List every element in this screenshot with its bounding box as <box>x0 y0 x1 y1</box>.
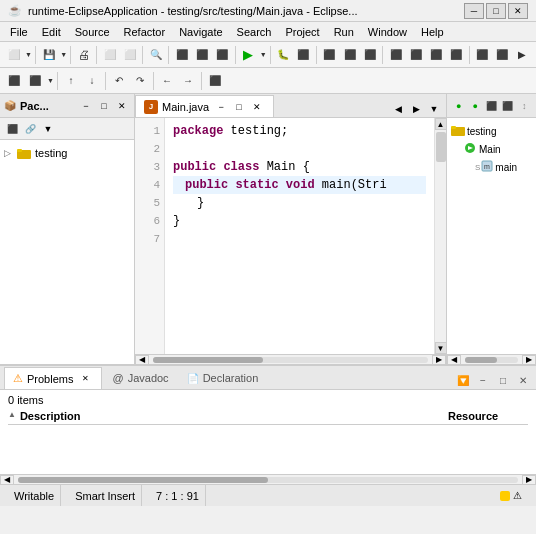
menu-help[interactable]: Help <box>415 24 450 40</box>
tb-btn-5[interactable]: ⬛ <box>213 45 232 65</box>
tab-javadoc[interactable]: @ Javadoc <box>104 367 176 389</box>
tb-search-btn[interactable]: 🔍 <box>146 45 165 65</box>
problems-close[interactable]: ✕ <box>77 371 93 387</box>
tb-btn-14[interactable]: ⬛ <box>447 45 466 65</box>
editor-nav-right[interactable]: ▶ <box>408 101 424 117</box>
tb-btn-2[interactable]: ⬜ <box>120 45 139 65</box>
tab-minimize-button[interactable]: − <box>213 99 229 115</box>
tb-btn-4[interactable]: ⬛ <box>193 45 212 65</box>
menu-file[interactable]: File <box>4 24 34 40</box>
run-button[interactable]: ▶ <box>239 45 258 65</box>
menu-window[interactable]: Window <box>362 24 413 40</box>
outline-toggle-2[interactable]: ● <box>467 98 482 114</box>
tb-btn-10[interactable]: ⬛ <box>360 45 379 65</box>
menu-search[interactable]: Search <box>231 24 278 40</box>
title-bar: ☕ runtime-EclipseApplication - testing/s… <box>0 0 536 22</box>
tb2-btn-9[interactable]: → <box>178 71 198 91</box>
new-dropdown[interactable]: ▼ <box>24 45 32 65</box>
menu-navigate[interactable]: Navigate <box>173 24 228 40</box>
editor-hscrollbar[interactable]: ◀ ▶ <box>135 354 446 364</box>
minimize-panel-button[interactable]: − <box>78 98 94 114</box>
bottom-hscrollbar[interactable]: ◀ ▶ <box>0 474 536 484</box>
hscroll-left[interactable]: ◀ <box>135 355 149 365</box>
tb-right-1[interactable]: ⬛ <box>473 45 492 65</box>
menu-source[interactable]: Source <box>69 24 116 40</box>
tb-btn-9[interactable]: ⬛ <box>340 45 359 65</box>
tb2-btn-2[interactable]: ⬛ <box>25 71 45 91</box>
outline-main-method-label: main <box>495 162 517 173</box>
tb2-btn-8[interactable]: ← <box>157 71 177 91</box>
save-button[interactable]: 💾 <box>39 45 58 65</box>
outline-hscroll-right[interactable]: ▶ <box>522 355 536 365</box>
editor-scrollbar[interactable]: ▲ ▼ <box>434 118 446 354</box>
package-explorer-content: ▷ testing <box>0 140 134 364</box>
tree-item-testing[interactable]: ▷ testing <box>4 144 130 162</box>
outline-main-class[interactable]: Main <box>451 140 532 158</box>
tb-right-2[interactable]: ⬛ <box>493 45 512 65</box>
problems-minimize[interactable]: − <box>474 371 492 389</box>
outline-sort[interactable]: ↕ <box>517 98 532 114</box>
outline-main-method[interactable]: S m main <box>451 158 532 176</box>
problems-maximize[interactable]: □ <box>494 371 512 389</box>
tb2-btn-10[interactable]: ⬛ <box>205 71 225 91</box>
status-bar: Writable Smart Insert 7 : 1 : 91 ⚠ <box>0 484 536 506</box>
tb-btn-13[interactable]: ⬛ <box>426 45 445 65</box>
close-button[interactable]: ✕ <box>508 3 528 19</box>
th-resource[interactable]: Resource <box>448 410 528 422</box>
tb2-btn-7[interactable]: ↷ <box>130 71 150 91</box>
outline-toggle-1[interactable]: ● <box>451 98 466 114</box>
outline-hscrollbar[interactable]: ◀ ▶ <box>447 354 536 364</box>
tb-btn-3[interactable]: ⬛ <box>172 45 191 65</box>
tb2-btn-5[interactable]: ↓ <box>82 71 102 91</box>
menu-refactor[interactable]: Refactor <box>118 24 172 40</box>
editor-tab-main[interactable]: J Main.java − □ ✕ <box>135 95 274 117</box>
outline-toolbar: ● ● ⬛ ⬛ ↕ <box>447 94 536 118</box>
scroll-up-button[interactable]: ▲ <box>435 118 447 130</box>
new-button[interactable]: ⬜ <box>4 45 23 65</box>
tb-btn-12[interactable]: ⬛ <box>406 45 425 65</box>
tb-btn-1[interactable]: ⬜ <box>100 45 119 65</box>
problems-filter-button[interactable]: 🔽 <box>454 371 472 389</box>
tb-btn-7[interactable]: ⬛ <box>294 45 313 65</box>
outline-hscroll-left[interactable]: ◀ <box>447 355 461 365</box>
outline-hide-fields[interactable]: ⬛ <box>484 98 499 114</box>
hscroll-right[interactable]: ▶ <box>432 355 446 365</box>
code-content[interactable]: package testing; public class Main { pub… <box>165 118 434 354</box>
editor-tab-bar: J Main.java − □ ✕ ◀ ▶ ▼ <box>135 94 446 118</box>
tb2-btn-4[interactable]: ↑ <box>61 71 81 91</box>
menu-edit[interactable]: Edit <box>36 24 67 40</box>
bottom-hscroll-right[interactable]: ▶ <box>522 475 536 485</box>
tb-right-3[interactable]: ▶ <box>513 45 532 65</box>
tb-btn-11[interactable]: ⬛ <box>386 45 405 65</box>
tb-btn-8[interactable]: ⬛ <box>320 45 339 65</box>
outline-hide-methods[interactable]: ⬛ <box>500 98 515 114</box>
tb2-btn-6[interactable]: ↶ <box>109 71 129 91</box>
minimize-button[interactable]: ─ <box>464 3 484 19</box>
menu-run[interactable]: Run <box>328 24 360 40</box>
outline-testing[interactable]: testing <box>451 122 532 140</box>
print-button[interactable]: 🖨 <box>74 45 93 65</box>
tab-problems[interactable]: ⚠ Problems ✕ <box>4 367 102 389</box>
bottom-hscroll-left[interactable]: ◀ <box>0 475 14 485</box>
collapse-all-button[interactable]: ⬛ <box>4 121 20 137</box>
tab-maximize-button[interactable]: □ <box>231 99 247 115</box>
editor-nav-left[interactable]: ◀ <box>390 101 406 117</box>
menu-project[interactable]: Project <box>279 24 325 40</box>
tab-close-button[interactable]: ✕ <box>249 99 265 115</box>
scroll-down-button[interactable]: ▼ <box>435 342 447 354</box>
th-description[interactable]: Description <box>20 410 448 422</box>
close-panel-button[interactable]: ✕ <box>114 98 130 114</box>
pkg-menu-button[interactable]: ▼ <box>40 121 56 137</box>
maximize-button[interactable]: □ <box>486 3 506 19</box>
tab-declaration[interactable]: 📄 Declaration <box>179 367 267 389</box>
editor-menu[interactable]: ▼ <box>426 101 442 117</box>
link-editor-button[interactable]: 🔗 <box>22 121 38 137</box>
tb2-btn-1[interactable]: ⬛ <box>4 71 24 91</box>
problems-close-panel[interactable]: ✕ <box>514 371 532 389</box>
run-dropdown[interactable]: ▼ <box>259 45 267 65</box>
save-dropdown[interactable]: ▼ <box>59 45 67 65</box>
tb2-btn-3[interactable]: ▼ <box>46 71 54 91</box>
code-editor[interactable]: 1 2 3 4 − 5 6 7 package testing; <box>135 118 446 354</box>
tb-btn-6[interactable]: 🐛 <box>274 45 293 65</box>
maximize-panel-button[interactable]: □ <box>96 98 112 114</box>
